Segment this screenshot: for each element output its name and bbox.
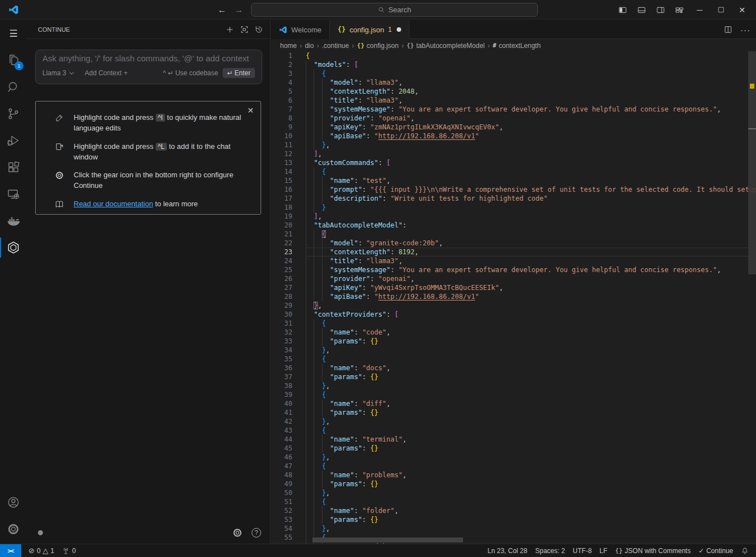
code-text[interactable]: "prompt": "{{{ input }}}\n\nWrite a comp… <box>306 185 756 194</box>
code-line[interactable]: 2"models": [ <box>271 60 756 69</box>
language-mode[interactable]: {̹} JSON with Comments <box>611 544 695 557</box>
nav-forward-icon[interactable]: → <box>234 5 243 15</box>
command-center-search[interactable]: Search <box>251 3 538 17</box>
enter-button[interactable]: ↵ Enter <box>223 68 255 78</box>
line-number[interactable]: 10 <box>271 132 292 141</box>
code-text[interactable]: { <box>306 355 756 364</box>
code-text[interactable]: ], <box>306 212 756 221</box>
code-line[interactable]: 8"provider": "openai", <box>271 114 756 123</box>
line-number[interactable]: 33 <box>271 337 292 346</box>
code-text[interactable]: }, <box>306 524 756 533</box>
code-text[interactable]: }, <box>306 453 756 462</box>
docker-icon[interactable] <box>0 207 27 234</box>
code-text[interactable]: "apiBase": "http://192.168.86.208/v1" <box>306 132 756 141</box>
line-number[interactable]: 17 <box>271 194 292 203</box>
search-view-icon[interactable] <box>0 74 27 100</box>
close-icon[interactable]: ✕ <box>247 106 254 115</box>
model-select[interactable]: Llama 3 <box>42 69 73 77</box>
code-text[interactable]: }, <box>306 417 756 426</box>
code-line[interactable]: 18} <box>271 203 756 212</box>
code-text[interactable]: "params": {} <box>306 444 756 453</box>
customize-layout-icon[interactable] <box>671 2 688 18</box>
code-line[interactable]: 42}, <box>271 417 756 426</box>
code-text[interactable]: "params": {} <box>306 337 756 346</box>
code-line[interactable]: 45"params": {} <box>271 444 756 453</box>
chat-input-box[interactable]: Llama 3 Add Context+ ^ ↵ Use codebase ↵ … <box>35 50 262 84</box>
line-number[interactable]: 19 <box>271 212 292 221</box>
breadcrumb-item[interactable]: home <box>280 42 297 50</box>
code-text[interactable]: "name": "terminal", <box>306 435 756 444</box>
code-text[interactable]: "contextProviders": [ <box>306 310 756 319</box>
code-text[interactable]: "model": "granite-code:20b", <box>306 239 756 248</box>
line-number[interactable]: 28 <box>271 292 292 301</box>
nav-back-icon[interactable]: ← <box>218 5 227 15</box>
code-line[interactable]: 1{ <box>271 51 756 60</box>
horizontal-scrollbar[interactable] <box>312 537 463 543</box>
line-number[interactable]: 3 <box>271 69 292 78</box>
line-number[interactable]: 47 <box>271 462 292 471</box>
line-number[interactable]: 45 <box>271 444 292 453</box>
line-number[interactable]: 54 <box>271 524 292 533</box>
line-number[interactable]: 24 <box>271 256 292 265</box>
continue-status[interactable]: ✓ Continue <box>695 544 737 557</box>
settings-gear-icon[interactable] <box>0 516 27 543</box>
fullscreen-icon[interactable] <box>240 25 249 34</box>
modified-dot-icon[interactable] <box>397 27 401 32</box>
history-icon[interactable] <box>254 25 263 34</box>
code-line[interactable]: 54}, <box>271 524 756 533</box>
close-button[interactable]: ✕ <box>733 2 752 18</box>
encoding[interactable]: UTF-8 <box>569 544 596 557</box>
code-text[interactable]: }, <box>306 346 756 355</box>
line-number[interactable]: 35 <box>271 355 292 364</box>
line-number[interactable]: 20 <box>271 221 292 230</box>
line-number[interactable]: 9 <box>271 123 292 132</box>
line-number[interactable]: 42 <box>271 417 292 426</box>
explorer-icon[interactable]: 1 <box>0 47 27 74</box>
code-line[interactable]: 26"provider": "openai", <box>271 274 756 283</box>
toggle-panel-icon[interactable] <box>633 2 650 18</box>
code-line[interactable]: 6"title": "llama3", <box>271 96 756 105</box>
line-number[interactable]: 7 <box>271 105 292 114</box>
line-number[interactable]: 5 <box>271 87 292 96</box>
breadcrumb-item[interactable]: dio <box>305 42 314 50</box>
code-text[interactable]: "customCommands": [ <box>306 158 756 167</box>
toggle-secondary-sidebar-icon[interactable] <box>652 2 669 18</box>
breadcrumb-item[interactable]: {}config.json <box>357 42 399 50</box>
code-line[interactable]: 52"name": "folder", <box>271 506 756 515</box>
line-number[interactable]: 48 <box>271 471 292 479</box>
documentation-link[interactable]: Read our documentation <box>74 200 153 208</box>
line-number[interactable]: 50 <box>271 488 292 497</box>
line-number[interactable]: 40 <box>271 399 292 408</box>
code-line[interactable]: 33"params": {} <box>271 337 756 346</box>
code-line[interactable]: 17"description": "Write unit tests for h… <box>271 194 756 203</box>
code-text[interactable]: { <box>306 462 756 471</box>
line-number[interactable]: 22 <box>271 239 292 248</box>
code-line[interactable]: 13"customCommands": [ <box>271 158 756 167</box>
code-line[interactable]: 40"name": "diff", <box>271 399 756 408</box>
code-text[interactable]: "name": "problems", <box>306 471 756 479</box>
remote-indicator[interactable]: >< <box>0 544 21 557</box>
code-text[interactable]: "provider": "openai", <box>306 274 756 283</box>
code-text[interactable]: "models": [ <box>306 60 756 69</box>
code-line[interactable]: 47{ <box>271 462 756 471</box>
add-context-button[interactable]: Add Context+ <box>85 69 128 77</box>
code-line[interactable]: 37"params": {} <box>271 372 756 381</box>
new-session-icon[interactable] <box>225 25 234 34</box>
code-line[interactable]: 7"systemMessage": "You are an expert sof… <box>271 105 756 114</box>
code-line[interactable]: 25"systemMessage": "You are an expert so… <box>271 265 756 274</box>
code-text[interactable]: "params": {} <box>306 479 756 488</box>
line-number[interactable]: 44 <box>271 435 292 444</box>
line-number[interactable]: 38 <box>271 381 292 390</box>
code-line[interactable]: 24"title": "llama3", <box>271 256 756 265</box>
code-line[interactable]: 28"apiBase": "http://192.168.86.208/v1" <box>271 292 756 301</box>
code-line[interactable]: 41"params": {} <box>271 408 756 417</box>
line-number[interactable]: 53 <box>271 515 292 524</box>
configure-gear-icon[interactable] <box>232 527 243 538</box>
code-text[interactable]: } <box>306 203 756 212</box>
code-text[interactable]: "name": "diff", <box>306 399 756 408</box>
source-control-icon[interactable] <box>0 100 27 127</box>
code-line[interactable]: 23"contextLength": 8192, <box>271 248 756 256</box>
remote-explorer-icon[interactable] <box>0 181 27 207</box>
code-line[interactable]: 35{ <box>271 355 756 364</box>
line-number[interactable]: 16 <box>271 185 292 194</box>
